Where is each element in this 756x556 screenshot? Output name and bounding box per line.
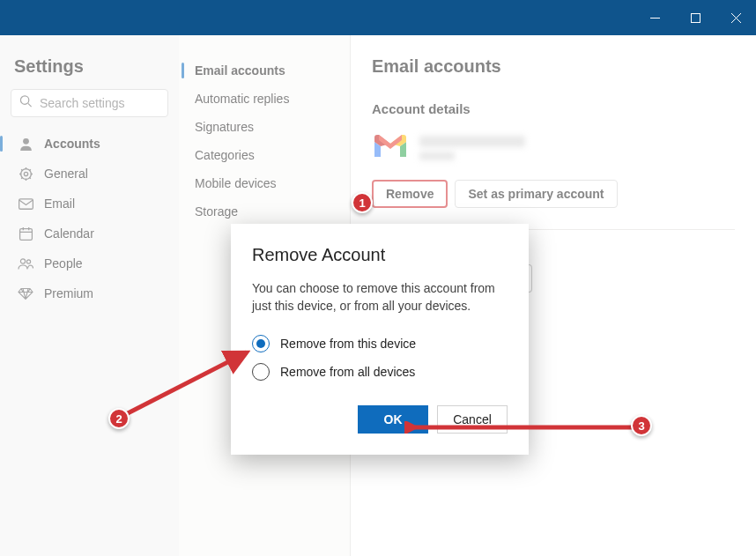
maximize-button[interactable]: [675, 0, 715, 35]
annotation-callout-2: 2: [108, 408, 130, 429]
radio-label: Remove from all devices: [280, 365, 415, 379]
radio-icon: [252, 363, 270, 381]
ok-button[interactable]: OK: [358, 405, 428, 434]
annotation-callout-3: 3: [631, 415, 652, 436]
dialog-title: Remove Account: [252, 245, 508, 265]
svg-rect-0: [650, 18, 660, 19]
dialog-body: You can choose to remove this account fr…: [252, 279, 508, 315]
annotation-callout-1: 1: [352, 192, 373, 213]
close-button[interactable]: [715, 0, 756, 35]
minimize-button[interactable]: [634, 0, 675, 35]
remove-account-dialog: Remove Account You can choose to remove …: [231, 224, 529, 455]
radio-icon: [252, 335, 270, 352]
cancel-button[interactable]: Cancel: [437, 405, 508, 434]
radio-remove-this-device[interactable]: Remove from this device: [252, 335, 508, 352]
svg-rect-1: [691, 13, 700, 22]
radio-remove-all-devices[interactable]: Remove from all devices: [252, 363, 508, 381]
window-titlebar: [0, 0, 756, 35]
radio-label: Remove from this device: [280, 337, 416, 351]
